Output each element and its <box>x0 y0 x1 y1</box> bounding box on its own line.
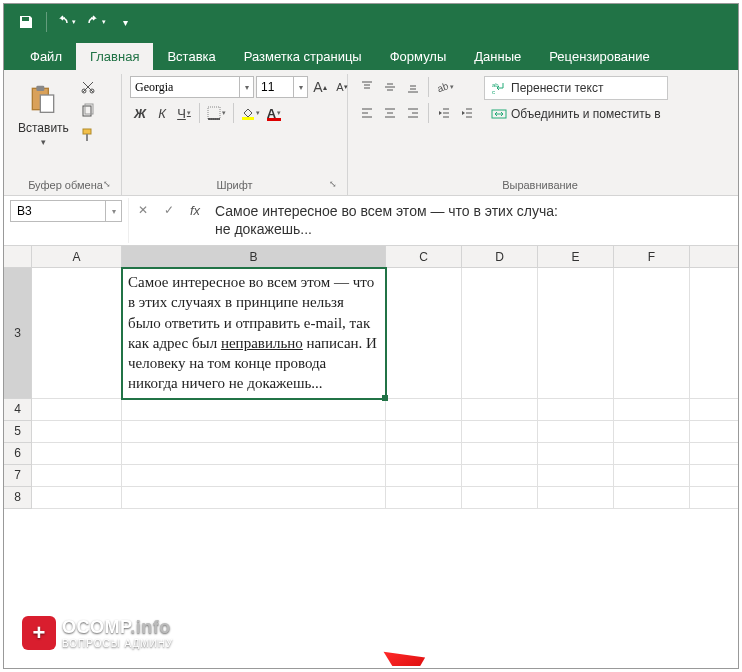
save-icon[interactable] <box>12 8 40 36</box>
font-name-combo[interactable]: Georgia ▾ <box>130 76 254 98</box>
cell[interactable] <box>32 443 122 465</box>
align-right-icon[interactable] <box>402 102 424 124</box>
select-all-corner[interactable] <box>4 246 32 268</box>
undo-icon[interactable]: ▾ <box>51 8 79 36</box>
worksheet-grid[interactable]: A B C D E F 3 Самое интересное во всем э… <box>4 246 738 666</box>
align-top-icon[interactable] <box>356 76 378 98</box>
column-header[interactable]: B <box>122 246 386 268</box>
cell[interactable] <box>538 443 614 465</box>
customize-qat-icon[interactable]: ▾ <box>111 8 139 36</box>
enter-icon[interactable]: ✓ <box>159 200 179 220</box>
cell[interactable] <box>122 421 386 443</box>
cell[interactable] <box>32 487 122 509</box>
tab-formulas[interactable]: Формулы <box>376 43 461 70</box>
font-color-icon[interactable]: A ▾ <box>264 102 284 124</box>
cell[interactable] <box>690 443 738 465</box>
font-launcher-icon[interactable]: ⤡ <box>327 179 339 191</box>
cell[interactable] <box>32 399 122 421</box>
redo-icon[interactable]: ▾ <box>81 8 109 36</box>
cell[interactable] <box>538 421 614 443</box>
cell[interactable] <box>690 465 738 487</box>
column-header[interactable]: A <box>32 246 122 268</box>
paste-label[interactable]: Вставить▾ <box>18 122 69 148</box>
align-center-icon[interactable] <box>379 102 401 124</box>
cell[interactable] <box>386 487 462 509</box>
fill-color-icon[interactable]: ▾ <box>239 102 262 124</box>
cell[interactable] <box>538 399 614 421</box>
cell[interactable] <box>462 268 538 399</box>
row-header[interactable]: 5 <box>4 421 32 443</box>
decrease-indent-icon[interactable] <box>433 102 455 124</box>
clipboard-launcher-icon[interactable]: ⤡ <box>101 179 113 191</box>
tab-insert[interactable]: Вставка <box>153 43 229 70</box>
tab-data[interactable]: Данные <box>460 43 535 70</box>
cell[interactable] <box>614 399 690 421</box>
paste-button[interactable] <box>24 76 62 122</box>
row-header[interactable]: 6 <box>4 443 32 465</box>
borders-icon[interactable]: ▾ <box>205 102 228 124</box>
cell[interactable] <box>386 465 462 487</box>
cell[interactable] <box>462 443 538 465</box>
fx-icon[interactable]: fx <box>185 200 205 220</box>
increase-indent-icon[interactable] <box>456 102 478 124</box>
cell[interactable] <box>538 487 614 509</box>
cell[interactable] <box>386 268 462 399</box>
cell[interactable] <box>122 399 386 421</box>
column-header[interactable]: F <box>614 246 690 268</box>
cell[interactable] <box>614 443 690 465</box>
align-bottom-icon[interactable] <box>402 76 424 98</box>
column-header[interactable]: D <box>462 246 538 268</box>
cell[interactable] <box>690 399 738 421</box>
cell[interactable] <box>614 465 690 487</box>
cell[interactable] <box>32 421 122 443</box>
formula-input[interactable]: Самое интересное во всем этом — что в эт… <box>211 200 734 240</box>
row-header[interactable]: 8 <box>4 487 32 509</box>
cell[interactable] <box>386 421 462 443</box>
format-painter-icon[interactable] <box>77 124 99 146</box>
bold-button[interactable]: Ж <box>130 102 150 124</box>
row-header[interactable]: 7 <box>4 465 32 487</box>
cancel-icon[interactable]: ✕ <box>133 200 153 220</box>
font-size-combo[interactable]: 11 ▾ <box>256 76 308 98</box>
font-name-dropdown-icon[interactable]: ▾ <box>240 76 254 98</box>
tab-review[interactable]: Рецензирование <box>535 43 663 70</box>
cell[interactable] <box>386 443 462 465</box>
align-middle-icon[interactable] <box>379 76 401 98</box>
copy-icon[interactable] <box>77 100 99 122</box>
column-header[interactable]: C <box>386 246 462 268</box>
name-box[interactable]: B3 <box>10 200 106 222</box>
tab-home[interactable]: Главная <box>76 43 153 70</box>
cell[interactable] <box>32 268 122 399</box>
align-left-icon[interactable] <box>356 102 378 124</box>
cell[interactable] <box>462 487 538 509</box>
column-header[interactable] <box>690 246 738 268</box>
cell[interactable] <box>614 268 690 399</box>
cell[interactable] <box>462 399 538 421</box>
cell[interactable] <box>462 421 538 443</box>
cell[interactable] <box>462 465 538 487</box>
cell[interactable] <box>614 487 690 509</box>
cell[interactable] <box>690 268 738 399</box>
cell-b3[interactable]: Самое интересное во всем этом — что в эт… <box>122 268 386 399</box>
cell[interactable] <box>32 465 122 487</box>
tab-file[interactable]: Файл <box>16 43 76 70</box>
orientation-icon[interactable]: ab▾ <box>433 76 455 98</box>
cell[interactable] <box>122 465 386 487</box>
cut-icon[interactable] <box>77 76 99 98</box>
cell[interactable] <box>690 487 738 509</box>
font-name-input[interactable]: Georgia <box>130 76 240 98</box>
cell[interactable] <box>538 465 614 487</box>
cell[interactable] <box>690 421 738 443</box>
cell[interactable] <box>538 268 614 399</box>
increase-font-icon[interactable]: A▴ <box>310 76 330 98</box>
wrap-text-button[interactable]: abc Перенести текст <box>484 76 668 100</box>
cell[interactable] <box>122 487 386 509</box>
merge-center-button[interactable]: Объединить и поместить в <box>484 102 668 126</box>
cell[interactable] <box>614 421 690 443</box>
tab-page-layout[interactable]: Разметка страницы <box>230 43 376 70</box>
italic-button[interactable]: К <box>152 102 172 124</box>
font-size-dropdown-icon[interactable]: ▾ <box>294 76 308 98</box>
row-header[interactable]: 3 <box>4 268 32 399</box>
font-size-input[interactable]: 11 <box>256 76 294 98</box>
underline-button[interactable]: Ч▾ <box>174 102 194 124</box>
